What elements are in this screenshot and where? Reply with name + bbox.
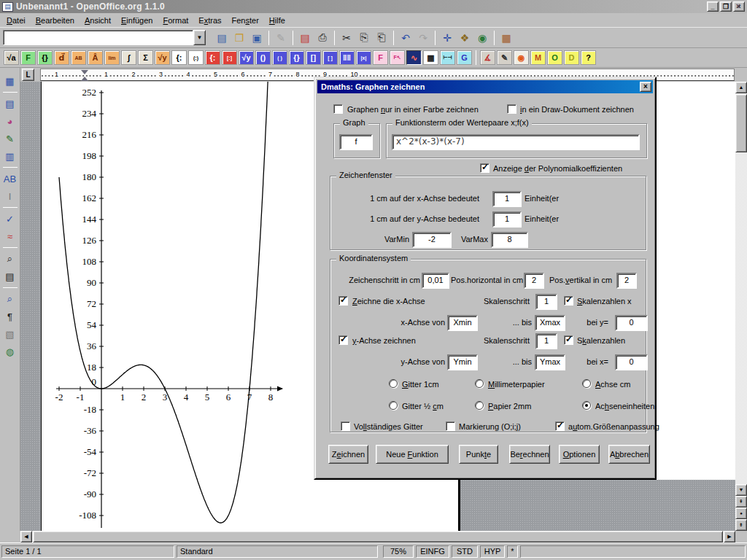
braces-green-icon[interactable]: {}	[37, 50, 53, 65]
gallery-icon[interactable]: ▦	[498, 30, 514, 46]
skalenschritt-x-field[interactable]: 1	[535, 294, 557, 310]
braces-blue-icon[interactable]: {}	[289, 50, 304, 65]
draw-x-axis-checkbox[interactable]	[338, 296, 348, 306]
bei-x-field[interactable]: 0	[615, 354, 648, 370]
undo-icon[interactable]: ↶	[398, 30, 414, 46]
brackets-1-icon[interactable]: []	[306, 50, 321, 65]
optionen-button[interactable]: Optionen	[559, 445, 600, 464]
brace-colon-red-icon[interactable]: {:	[205, 50, 220, 65]
horizontal-scroll-thumb[interactable]	[33, 531, 723, 542]
help-icon[interactable]: ?	[581, 50, 596, 65]
redo-icon[interactable]: ↷	[415, 30, 431, 46]
insert-object-icon[interactable]: ◕	[2, 113, 18, 129]
autosize-checkbox[interactable]	[555, 421, 565, 431]
dmaths-d-icon[interactable]: D	[564, 50, 579, 65]
abs-x-icon[interactable]: |x|	[356, 50, 371, 65]
single-color-checkbox[interactable]	[333, 104, 343, 114]
zoom-status[interactable]: 75%	[383, 545, 414, 558]
open-icon[interactable]: ❐	[231, 30, 247, 46]
previous-page-icon[interactable]: ⇞	[735, 496, 747, 508]
menu-datei[interactable]: Datei	[1, 15, 31, 26]
next-page-icon[interactable]: ⇟	[735, 519, 747, 531]
hyperlink-mode-status[interactable]: HYP	[480, 545, 505, 558]
vollgitter-checkbox[interactable]	[341, 421, 350, 431]
norm-icon[interactable]: ‖‖	[339, 50, 355, 65]
achseneinheiten-radio[interactable]	[582, 401, 591, 410]
menu-einfuegen[interactable]: Einfügen	[116, 15, 158, 26]
copy-icon[interactable]: ⎘	[356, 30, 372, 46]
dialog-title-bar[interactable]: Dmaths: Graphen zeichnen ×	[317, 80, 653, 93]
tab-stop-selector[interactable]: L	[22, 69, 34, 81]
integral-icon[interactable]: ∫	[121, 50, 136, 65]
draw-functions-icon[interactable]: ✎	[2, 131, 18, 147]
polynomial-coefficients-checkbox[interactable]	[480, 163, 489, 173]
url-dropdown-icon[interactable]: ▼	[193, 30, 206, 45]
compass-icon[interactable]: ∡	[480, 50, 495, 65]
graphics-onoff-icon[interactable]: ▧	[2, 326, 18, 342]
menu-format[interactable]: Format	[158, 15, 193, 26]
bei-y-field[interactable]: 0	[615, 315, 648, 331]
page-style-status[interactable]: Standard	[177, 545, 378, 558]
graph-name-field[interactable]: f	[339, 134, 373, 150]
geometry-g-icon[interactable]: G	[457, 50, 472, 65]
online-layout-icon[interactable]: ◍	[2, 343, 18, 359]
parens-2-icon[interactable]: ( )	[272, 50, 287, 65]
dialog-close-icon[interactable]: ×	[640, 82, 651, 92]
zeichenschritt-field[interactable]: 0,01	[422, 273, 449, 289]
insert-form-icon[interactable]: ▥	[2, 148, 18, 164]
scroll-up-icon[interactable]: ▲	[735, 82, 747, 93]
markierung-checkbox[interactable]	[446, 421, 455, 431]
y-scale-field[interactable]: 1	[492, 211, 522, 228]
menu-extras[interactable]: Extras	[193, 15, 226, 26]
root-blue-icon[interactable]: √y	[239, 50, 254, 65]
find-replace-icon[interactable]: ⌕	[2, 251, 18, 267]
macro-m-icon[interactable]: M	[530, 50, 546, 65]
function-f-icon[interactable]: F	[20, 50, 36, 65]
direct-cursor-icon[interactable]: I	[2, 188, 18, 204]
x-scale-field[interactable]: 1	[492, 191, 522, 207]
formula-f-pink-icon[interactable]: F	[373, 50, 388, 65]
grid-icon[interactable]: ▦	[423, 50, 438, 65]
brackets-2-icon[interactable]: [ ]	[322, 50, 338, 65]
papier-2mm-radio[interactable]	[475, 401, 484, 410]
sqrt-a-icon[interactable]: √a	[4, 50, 19, 65]
edit-file-icon[interactable]: ✎	[273, 30, 289, 46]
menu-hilfe[interactable]: Hilfe	[264, 15, 290, 26]
paren-colon-icon[interactable]: (:)	[188, 50, 204, 65]
function-term-field[interactable]: x^2*(x-3)*(x-7)	[392, 134, 640, 150]
x-bis-field[interactable]: Xmax	[535, 315, 565, 331]
parens-1-icon[interactable]: ()	[255, 50, 271, 65]
cut-icon[interactable]: ✂	[338, 30, 355, 46]
skalenzahlen-y-checkbox[interactable]	[564, 335, 573, 345]
vertical-scrollbar[interactable]: ▲ ▼ ⇞ ● ⇟	[735, 82, 747, 531]
dmaths-logo-icon[interactable]: ◉	[514, 50, 529, 65]
new-document-icon[interactable]: ▤	[214, 30, 230, 46]
bracket-colon-red-icon[interactable]: [:]	[222, 50, 237, 65]
achse-cm-radio[interactable]	[582, 379, 591, 388]
save-icon[interactable]: ▣	[249, 30, 265, 46]
autotext-icon[interactable]: AB	[2, 171, 18, 187]
menu-bearbeiten[interactable]: Bearbeiten	[31, 15, 80, 26]
print-file-icon[interactable]: ⎙	[314, 30, 330, 46]
export-pdf-icon[interactable]: ▤	[297, 30, 313, 46]
vector-d-icon[interactable]: d⃗	[54, 50, 69, 65]
scroll-down-icon[interactable]: ▼	[735, 484, 747, 496]
auto-spellcheck-icon[interactable]: ≈	[2, 228, 18, 244]
millimeterpapier-radio[interactable]	[475, 379, 484, 388]
vertical-scroll-thumb[interactable]	[735, 94, 747, 152]
indent-marker[interactable]	[81, 70, 89, 81]
skalenschritt-y-field[interactable]: 1	[535, 333, 557, 349]
varmin-field[interactable]: -2	[412, 232, 452, 248]
navigation-icon[interactable]: ●	[735, 508, 747, 519]
paste-icon[interactable]: ⎗	[374, 30, 390, 46]
insert-table-icon[interactable]: ▦	[2, 73, 18, 89]
punkte-button[interactable]: Punkte	[459, 445, 498, 464]
minimize-button[interactable]: _	[707, 1, 719, 12]
edit-formula-icon[interactable]: ✎	[497, 50, 512, 65]
pos-vertikal-field[interactable]: 2	[616, 273, 637, 289]
nonprinting-chars-icon[interactable]: ¶	[2, 308, 18, 324]
formula-edit-pink-icon[interactable]: F↖	[390, 50, 405, 65]
y-bis-field[interactable]: Ymax	[535, 354, 565, 370]
horizontal-scrollbar[interactable]: ◀ ▶	[20, 531, 735, 542]
restore-button[interactable]: ❐	[720, 1, 732, 12]
